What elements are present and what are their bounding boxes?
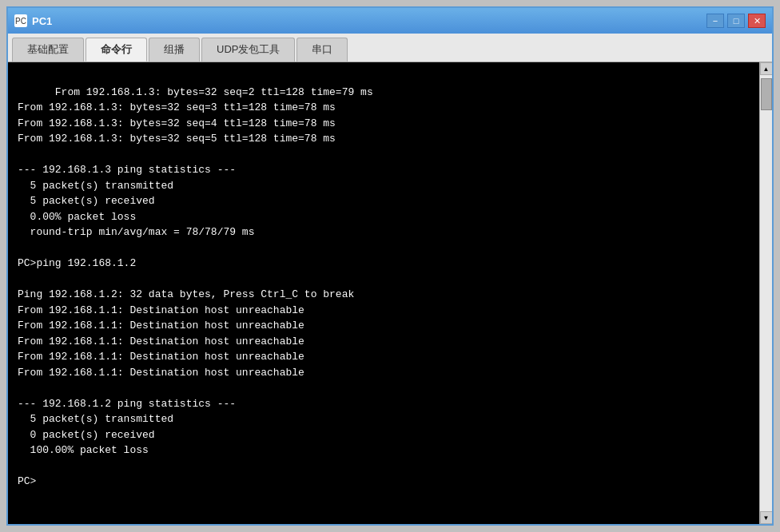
scroll-thumb[interactable] [761,78,772,110]
tab-serial[interactable]: 串口 [296,38,348,62]
scroll-down-button[interactable]: ▼ [760,511,773,524]
window-icon: PC [14,14,27,27]
content-area: From 192.168.1.3: bytes=32 seq=2 ttl=128… [8,62,772,524]
main-window: PC PC1 − □ ✕ 基础配置 命令行 组播 UDP发包工具 串口 From… [6,6,774,526]
maximize-button[interactable]: □ [727,14,745,28]
title-controls: − □ ✕ [706,14,766,28]
scroll-up-button[interactable]: ▲ [760,62,773,75]
close-button[interactable]: ✕ [748,14,766,28]
scroll-track[interactable] [760,75,772,511]
minimize-button[interactable]: − [706,14,724,28]
tab-udp-tool[interactable]: UDP发包工具 [201,38,295,62]
tab-multicast[interactable]: 组播 [149,38,200,62]
tab-bar: 基础配置 命令行 组播 UDP发包工具 串口 [8,34,772,62]
window-title: PC1 [32,15,52,27]
title-bar-left: PC PC1 [14,14,52,27]
tab-basic-config[interactable]: 基础配置 [12,38,84,62]
terminal-output[interactable]: From 192.168.1.3: bytes=32 seq=2 ttl=128… [8,62,759,524]
tab-command-line[interactable]: 命令行 [86,38,147,62]
title-bar: PC PC1 − □ ✕ [8,8,772,34]
scrollbar[interactable]: ▲ ▼ [759,62,772,524]
